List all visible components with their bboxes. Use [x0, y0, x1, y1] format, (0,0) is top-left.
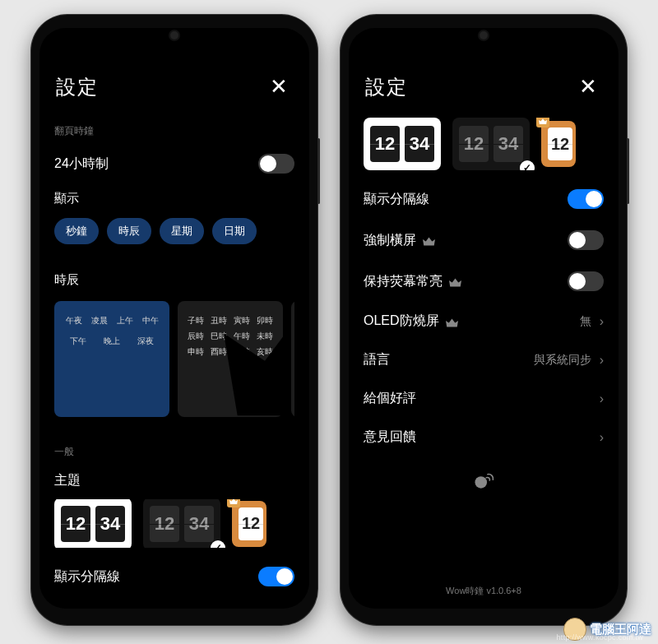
theme-dark[interactable]: 12 34 ✓ — [143, 499, 220, 548]
page-title: 設定 — [365, 74, 408, 100]
crown-icon — [536, 118, 549, 127]
display-chips: 秒鐘 時辰 星期 日期 — [54, 218, 294, 244]
chip-date[interactable]: 日期 — [212, 218, 257, 244]
crown-icon — [446, 317, 458, 327]
flip-digit: 34 — [184, 506, 214, 542]
watermark-url: http://www.kocpc.com.tw — [557, 633, 643, 642]
theme-orange[interactable]: 12 — [541, 121, 576, 167]
toggle-landscape[interactable] — [568, 230, 604, 250]
row-divider[interactable]: 顯示分隔線 — [364, 178, 604, 220]
selected-check-icon: ✓ — [520, 160, 535, 170]
chevron-right-icon: › — [600, 430, 604, 445]
section-general: 一般 — [54, 445, 294, 459]
chip-seconds[interactable]: 秒鐘 — [54, 218, 99, 244]
page-title: 設定 — [56, 74, 99, 100]
crown-icon — [183, 306, 194, 315]
flip-digit: 12 — [61, 506, 90, 542]
selected-check-icon: ✓ — [211, 540, 225, 548]
row-divider-label: 顯示分隔線 — [364, 191, 429, 208]
flip-digit: 12 — [548, 127, 572, 160]
phone-left: 設定 ✕ 翻頁時鐘 24小時制 顯示 秒鐘 時辰 星期 日期 時辰 午夜 — [31, 15, 317, 625]
chip-week[interactable]: 星期 — [160, 218, 204, 244]
flip-digit: 34 — [405, 126, 434, 162]
shichen-style-1[interactable]: 午夜 凌晨 上午 中午 下午 晚上 深夜 — [54, 301, 169, 417]
row-oled-label: OLED防燒屏 — [364, 313, 439, 330]
row-oled-value: 無 — [580, 314, 591, 329]
section-display: 顯示 — [54, 191, 294, 206]
row-oled[interactable]: OLED防燒屏 無 › — [364, 302, 604, 341]
flip-digit: 34 — [494, 126, 523, 162]
row-rate-label: 給個好評 — [364, 390, 416, 407]
row-landscape-label: 強制橫屏 — [364, 232, 416, 249]
section-flipclock: 翻頁時鐘 — [54, 124, 294, 138]
shichen-style-2[interactable]: 子時 丑時 寅時 卯時 辰時 巳時 午時 未時 申時 酉時 戌時 — [178, 301, 283, 417]
row-24h-label: 24小時制 — [54, 155, 109, 173]
crown-icon — [449, 276, 461, 286]
flip-digit: 12 — [239, 507, 263, 540]
screen-right: 設定 ✕ 12 34 12 34 ✓ 12 顯示分隔線 — [349, 28, 619, 609]
chip-shichen[interactable]: 時辰 — [107, 218, 151, 244]
theme-light[interactable]: 12 34 — [54, 499, 132, 548]
theme-light[interactable]: 12 34 — [364, 118, 441, 170]
chevron-right-icon: › — [600, 314, 604, 329]
close-button[interactable]: ✕ — [574, 71, 602, 103]
toggle-24h[interactable] — [258, 154, 294, 174]
watermark: 電腦王阿達 http://www.kocpc.com.tw — [563, 618, 651, 641]
flip-digit: 34 — [95, 506, 125, 542]
screen-left: 設定 ✕ 翻頁時鐘 24小時制 顯示 秒鐘 時辰 星期 日期 時辰 午夜 — [39, 28, 309, 609]
row-divider[interactable]: 顯示分隔線 — [54, 556, 294, 597]
theme-orange[interactable]: 12 — [232, 501, 266, 547]
close-button[interactable]: ✕ — [265, 71, 293, 103]
toggle-keepon[interactable] — [568, 271, 604, 291]
section-shichen: 時辰 — [54, 272, 294, 288]
theme-options: 12 34 12 34 ✓ 12 — [54, 499, 294, 548]
row-feedback-label: 意見回饋 — [364, 429, 416, 446]
row-lang-value: 與系統同步 — [534, 353, 591, 368]
app-version: Wow時鐘 v1.0.6+8 — [364, 577, 604, 597]
row-24h[interactable]: 24小時制 — [54, 143, 294, 184]
chevron-right-icon: › — [600, 391, 604, 406]
flip-digit: 12 — [150, 506, 179, 542]
theme-options: 12 34 12 34 ✓ 12 — [364, 118, 604, 170]
row-keepon-label: 保持荧幕常亮 — [364, 273, 443, 290]
flip-digit: 12 — [459, 126, 489, 162]
phone-right: 設定 ✕ 12 34 12 34 ✓ 12 顯示分隔線 — [341, 15, 627, 625]
row-divider-label: 顯示分隔線 — [54, 568, 120, 586]
shichen-style-3[interactable]: 夜半 食時 晡時 — [291, 301, 294, 417]
crown-icon — [227, 499, 240, 507]
row-rate[interactable]: 給個好評 › — [364, 379, 604, 418]
flip-digit: 12 — [370, 126, 400, 162]
row-theme-label: 主題 — [54, 464, 294, 493]
shichen-styles: 午夜 凌晨 上午 中午 下午 晚上 深夜 子時 丑時 — [54, 301, 294, 417]
crown-icon — [423, 235, 435, 245]
theme-dark[interactable]: 12 34 ✓ — [452, 118, 530, 170]
row-landscape[interactable]: 強制橫屏 — [364, 220, 604, 261]
row-keep-screen-on[interactable]: 保持荧幕常亮 — [364, 261, 604, 302]
weibo-icon[interactable] — [364, 471, 604, 494]
row-feedback[interactable]: 意見回饋 › — [364, 418, 604, 456]
toggle-divider[interactable] — [258, 567, 294, 586]
row-lang-label: 語言 — [364, 351, 390, 368]
toggle-divider[interactable] — [568, 189, 604, 209]
row-language[interactable]: 語言 與系統同步 › — [364, 341, 604, 379]
chevron-right-icon: › — [600, 353, 604, 368]
svg-point-0 — [475, 476, 487, 489]
